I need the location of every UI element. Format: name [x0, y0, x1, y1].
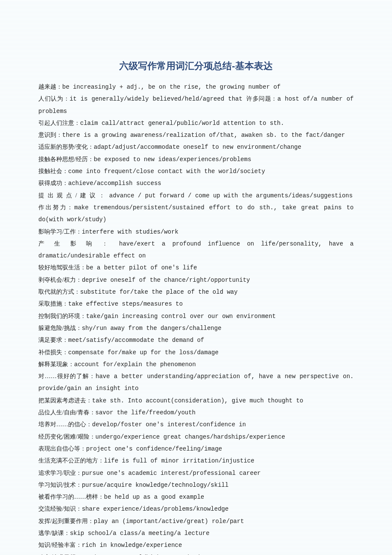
vocabulary-entry: 培养对……的信心：develop/foster one's interest/c…	[38, 419, 354, 431]
entry-english: meet/satisfy/accommodate the demand of	[68, 337, 204, 344]
entry-english: undergo/experience great changes/hardshi…	[95, 434, 285, 440]
vocabulary-entry: 引起人们注意：claim call/attract general/public…	[38, 117, 354, 129]
entry-chinese: 适应新的形势/变化：	[38, 144, 94, 150]
entry-chinese: 接触各种思想/经历：	[38, 156, 94, 162]
entry-english: pursue one's academic interest/professio…	[82, 470, 261, 477]
entry-chinese: 作出努力：	[38, 204, 74, 211]
vocabulary-entry: 接触社会：come into frequent/close contact wi…	[38, 165, 354, 177]
vocabulary-entry: 经历变化/困难/艰险：undergo/experience great chan…	[38, 431, 354, 443]
entry-english: substitute for/take the place of the old…	[80, 289, 238, 295]
entry-english: develop/foster one's interest/confidence…	[92, 421, 246, 428]
vocabulary-entry: 确立/追求目标：set/pursue a goal/higher standar…	[38, 552, 354, 555]
entry-chinese: 发挥/起到重要作用：	[38, 518, 94, 524]
vocabulary-entry: 品位人生/自由/青春：savor the life/freedom/youth	[38, 407, 354, 419]
entry-chinese: 被看作学习的……榜样：	[38, 494, 104, 500]
entry-english: achieve/accomplish success	[68, 180, 161, 187]
vocabulary-entry: 产 生 影 响 ： have/exert a profound influenc…	[38, 238, 354, 262]
entry-english: skip school/a class/a meeting/a lecture	[70, 530, 210, 537]
entry-chinese: 意识到：	[38, 132, 62, 138]
entry-english: be held up as a good example	[104, 494, 204, 500]
vocabulary-entry: 满足要求：meet/satisfy/accommodate the demand…	[38, 334, 354, 346]
entry-chinese: 把某因素考虑进去：	[38, 397, 92, 404]
entry-english: take sth. Into account(consideration), g…	[92, 397, 303, 404]
vocabulary-entry: 越来越：be increasingly + adj., be on the ri…	[38, 81, 354, 93]
entry-english: account for/explain the phenomenon	[74, 361, 196, 368]
entry-chinese: 补偿损失：	[38, 349, 68, 356]
vocabulary-entry: 发挥/起到重要作用：play an (important/active/grea…	[38, 515, 354, 527]
entry-chinese: 躲避危险/挑战：	[38, 325, 82, 331]
entry-chinese: 交流经验/知识：	[38, 506, 82, 512]
vocabulary-entry: 提 出 观 点 / 建 议 ： advance / put forward / …	[38, 190, 354, 202]
vocabulary-entry: 知识/经验丰富：rich in knowledge/experience	[38, 539, 354, 551]
entry-chinese: 产 生 影 响 ：	[38, 240, 112, 247]
entry-english: deprive oneself of the chance/right/oppo…	[82, 277, 250, 283]
entry-english: be a better pilot of one's life	[86, 264, 197, 271]
entry-english: life is full of minor irritation/injusti…	[104, 457, 254, 464]
vocabulary-entry: 表现出自信心等：project one's confidence/feeling…	[38, 443, 354, 455]
entry-chinese: 控制我们的环境：	[38, 313, 86, 319]
entry-english: claim call/attract general/public/world …	[80, 120, 284, 127]
entry-chinese: 学习知识/技术：	[38, 482, 82, 488]
entry-chinese: 剥夺机会/权力：	[38, 277, 82, 283]
entry-english: adapt/adjust/accommodate oneself to new …	[94, 144, 301, 150]
entry-english: come into frequent/close contact with th…	[68, 168, 265, 175]
entry-chinese: 获得成功：	[38, 180, 68, 186]
vocabulary-entry: 获得成功：achieve/accomplish success	[38, 177, 354, 189]
entry-english: make tremendous/persistent/sustained eff…	[38, 204, 354, 223]
entry-chinese: 满足要求：	[38, 337, 68, 343]
entry-english: rich in knowledge/experience	[82, 542, 182, 549]
entry-english: pursue/acquire knowledge/technology/skil…	[82, 482, 228, 489]
entry-chinese: 品位人生/自由/青春：	[38, 409, 95, 416]
vocabulary-entry: 较好地驾驭生活：be a better pilot of one's life	[38, 262, 354, 274]
entry-english: take effective steps/measures to	[68, 301, 183, 307]
vocabulary-entry: 补偿损失：compensate for/make up for the loss…	[38, 347, 354, 358]
entry-chinese: 引起人们注意：	[38, 120, 80, 126]
entry-chinese: 对……很好的了解：	[38, 373, 95, 379]
document-page: 六级写作常用词汇分项总结-基本表达 越来越：be increasingly + …	[0, 0, 392, 555]
vocabulary-entry: 被看作学习的……榜样：be held up as a good example	[38, 491, 354, 503]
entry-chinese: 解释某现象：	[38, 361, 74, 367]
entry-english: share experience/ideas/problems/knowledg…	[82, 506, 228, 512]
vocabulary-entry: 生活充满不公正的地方：life is full of minor irritat…	[38, 455, 354, 467]
entry-chinese: 人们认为：	[38, 95, 69, 102]
entry-chinese: 生活充满不公正的地方：	[38, 457, 104, 464]
entry-english: there is a growing awareness/realization…	[62, 132, 345, 139]
entry-chinese: 表现出自信心等：	[38, 445, 86, 452]
page-title: 六级写作常用词汇分项总结-基本表达	[38, 60, 354, 72]
entry-chinese: 取代就的方式：	[38, 289, 80, 295]
entry-chinese: 逃学/缺课：	[38, 530, 70, 536]
entry-chinese: 较好地驾驭生活：	[38, 264, 86, 271]
vocabulary-entry: 控制我们的环境：take/gain increasing control ove…	[38, 310, 354, 322]
vocabulary-entry: 人们认为：it is generally/widely believed/hel…	[38, 93, 354, 117]
entry-english: play an (important/active/great) role/pa…	[94, 518, 244, 525]
entry-chinese: 接触社会：	[38, 168, 68, 174]
vocabulary-entry: 影响学习/工作：interfere with studies/work	[38, 226, 354, 238]
vocabulary-entry: 学习知识/技术：pursue/acquire knowledge/technol…	[38, 479, 354, 491]
vocabulary-entry: 意识到：there is a growing awareness/realiza…	[38, 129, 354, 141]
vocabulary-entry: 取代就的方式：substitute for/take the place of …	[38, 286, 354, 298]
entry-english: shy/run away from the dangers/challenge	[82, 325, 222, 332]
entry-chinese: 知识/经验丰富：	[38, 542, 82, 548]
vocabulary-entry: 追求学习/职业：pursue one's academic interest/p…	[38, 467, 354, 479]
entry-chinese: 培养对……的信心：	[38, 421, 92, 428]
vocabulary-entry: 适应新的形势/变化：adapt/adjust/accommodate onese…	[38, 141, 354, 153]
entries-list: 越来越：be increasingly + adj., be on the ri…	[38, 81, 354, 555]
entry-chinese: 追求学习/职业：	[38, 470, 82, 476]
entry-chinese: 提 出 观 点 / 建 议 ：	[38, 192, 106, 199]
vocabulary-entry: 作出努力：make tremendous/persistent/sustaine…	[38, 202, 354, 226]
vocabulary-entry: 交流经验/知识：share experience/ideas/problems/…	[38, 503, 354, 515]
vocabulary-entry: 对……很好的了解：have a better understanding/app…	[38, 370, 354, 395]
entry-english: savor the life/freedom/youth	[95, 409, 196, 416]
vocabulary-entry: 剥夺机会/权力：deprive oneself of the chance/ri…	[38, 274, 354, 286]
vocabulary-entry: 躲避危险/挑战：shy/run away from the dangers/ch…	[38, 322, 354, 334]
entry-chinese: 越来越：	[38, 84, 62, 90]
vocabulary-entry: 逃学/缺课：skip school/a class/a meeting/a le…	[38, 527, 354, 539]
entry-chinese: 采取措施：	[38, 301, 68, 307]
entry-english: interfere with studies/work	[82, 228, 179, 235]
entry-english: advance / put forward / come up with the…	[106, 192, 353, 199]
vocabulary-entry: 解释某现象：account for/explain the phenomenon	[38, 358, 354, 370]
entry-english: project one's confidence/feeling/image	[86, 445, 222, 452]
vocabulary-entry: 采取措施：take effective steps/measures to	[38, 298, 354, 310]
entry-english: it is generally/widely believed/held/agr…	[38, 95, 354, 114]
entry-english: be exposed to new ideas/experiences/prob…	[94, 156, 251, 163]
